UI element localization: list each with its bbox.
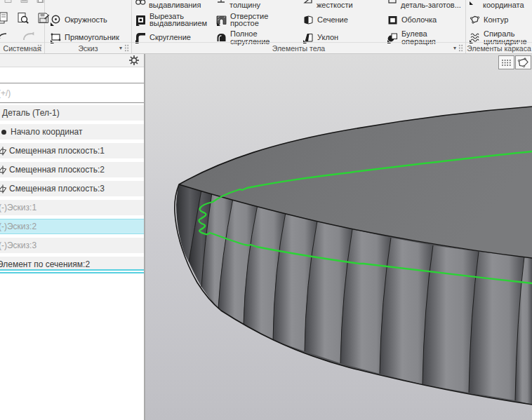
rib-button-partial[interactable]: жесткости: [302, 0, 385, 9]
thicken-button-partial[interactable]: толщину: [215, 0, 301, 9]
clipped-icon: [4, 0, 12, 5]
contour-icon: [469, 14, 481, 26]
contour-mode-button[interactable]: [515, 55, 531, 69]
plane-icon: [0, 147, 7, 156]
thicken-icon: [215, 0, 227, 5]
coords-icon: [469, 0, 480, 5]
clipped-icon: [36, 0, 44, 5]
group-label-text: Системная: [4, 44, 41, 53]
cut-extrude-button[interactable]: Вырезать выдавливанием: [135, 13, 214, 27]
section-icon: [302, 14, 314, 26]
tree-search-input[interactable]: [0, 83, 144, 102]
origin-icon: [1, 130, 6, 135]
cut-extrude-icon: [135, 14, 147, 26]
section-button[interactable]: Сечение: [302, 14, 348, 26]
model-tree-panel: Деталь (Тел-1) Начало координат Смещенна…: [0, 54, 145, 420]
tree-selection-indicator: [0, 269, 144, 273]
tree-item-sketch-3[interactable]: (-)Эскиз:3: [0, 238, 144, 253]
shell-button[interactable]: Оболочка: [387, 14, 437, 26]
group-label-text: Элементы тела: [272, 44, 325, 53]
tree-search-row: [0, 83, 144, 103]
rib-icon: [302, 0, 314, 5]
3d-viewport[interactable]: [145, 54, 532, 420]
contour-button[interactable]: Контур: [469, 14, 508, 26]
ribbon-toolbar: Системная Окружность Прямоугольник Эскиз…: [0, 0, 532, 54]
grip-icon[interactable]: [124, 44, 129, 52]
group-label-body: Элементы тела ▾: [132, 42, 465, 53]
group-label-frame: Элементы каркаса: [466, 42, 532, 53]
tree-item-sketch-1[interactable]: (-)Эскиз:1: [0, 200, 144, 215]
print-preview-icon[interactable]: [17, 12, 29, 27]
contour-shape-icon: [517, 57, 529, 68]
shell-icon: [387, 14, 399, 26]
ribbon-group-sketch: Окружность Прямоугольник Эскиз ▾: [45, 0, 131, 53]
grip-icon[interactable]: [37, 44, 42, 52]
chevron-down-icon[interactable]: ▾: [119, 46, 122, 51]
tree-item-origin[interactable]: Начало координат: [0, 124, 144, 140]
tree-panel-header: [0, 54, 144, 67]
hole-icon: [215, 14, 227, 26]
gear-icon[interactable]: [128, 55, 140, 66]
blank-part-icon: [387, 0, 398, 5]
group-label-system: Системная: [0, 42, 44, 53]
feature-tree: Деталь (Тел-1) Начало координат Смещенна…: [0, 105, 144, 276]
model-disc[interactable]: [145, 54, 532, 420]
tree-item-offset-plane-2[interactable]: Смещенная плоскость:2: [0, 162, 144, 177]
ribbon-group-body: выдавливания Вырезать выдавливанием Скру…: [132, 0, 465, 53]
tree-item-part-root[interactable]: Деталь (Тел-1): [0, 105, 144, 121]
group-label-sketch: Эскиз ▾: [45, 42, 131, 53]
circle-icon: [50, 14, 62, 26]
clipped-icon: [20, 0, 28, 5]
blank-part-button-partial[interactable]: деталь-заготов...: [387, 0, 464, 9]
viewport-controls: [498, 55, 531, 69]
grip-dots-button[interactable]: [498, 55, 514, 69]
chevron-down-icon[interactable]: ▾: [453, 46, 456, 51]
group-label-text: Эскиз: [78, 44, 98, 53]
ribbon-group-system: Системная: [0, 0, 44, 53]
tree-item-offset-plane-1[interactable]: Смещенная плоскость:1: [0, 143, 144, 158]
plane-icon: [0, 165, 7, 175]
circle-button[interactable]: Окружность: [50, 14, 107, 26]
point-by-coords-button-partial[interactable]: координата: [469, 0, 532, 9]
group-label-text: Элементы каркаса: [467, 44, 531, 53]
tree-item-sketch-2-selected[interactable]: (-)Эскиз:2: [0, 219, 144, 234]
copy-icon[interactable]: [0, 12, 9, 27]
extrude-button-partial[interactable]: выдавливания: [135, 0, 215, 9]
plane-icon: [0, 184, 7, 194]
simple-hole-button[interactable]: Отверстие простое: [215, 13, 275, 27]
disc-geometry: [175, 107, 532, 405]
grip-icon[interactable]: [458, 44, 463, 52]
tree-item-offset-plane-3[interactable]: Смещенная плоскость:3: [0, 181, 144, 196]
ribbon-group-frame: координата Контур Спираль цилиндриче Эле…: [466, 0, 532, 53]
extrude-icon: [135, 0, 146, 5]
dots-grid-icon: [501, 59, 512, 67]
